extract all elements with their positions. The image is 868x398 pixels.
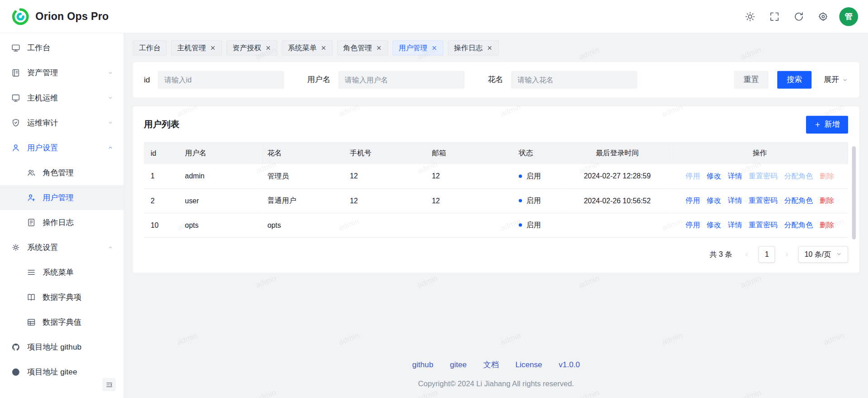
watermark-text: admin [175, 331, 199, 346]
close-icon[interactable] [487, 45, 493, 51]
chevron-down-icon [842, 77, 848, 83]
watermark-text: admin [739, 388, 762, 398]
app-title: Orion Ops Pro [35, 10, 109, 23]
cell-id: 1 [144, 164, 178, 188]
action-edit[interactable]: 修改 [703, 171, 725, 181]
tab-workbench[interactable]: 工作台 [133, 40, 167, 55]
theme-toggle-button[interactable] [745, 11, 755, 22]
column-header-email: 邮箱 [425, 142, 512, 164]
sidebar-item-github[interactable]: 项目地址 github [0, 335, 123, 360]
expand-label: 展开 [824, 75, 839, 85]
cell-last-login: 2024-02-27 12:28:59 [563, 164, 672, 188]
sidebar-item-system-settings[interactable]: 系统设置 [0, 235, 123, 260]
sidebar-item-operation-log[interactable]: 操作日志 [0, 210, 123, 235]
action-edit[interactable]: 修改 [703, 196, 725, 206]
page-size-select[interactable]: 10 条/页 [798, 246, 848, 263]
fullscreen-button[interactable] [769, 11, 780, 22]
footer-link-docs[interactable]: 文档 [484, 360, 499, 370]
column-header-id: id [144, 142, 178, 164]
status-dot [519, 174, 522, 177]
search-button[interactable]: 搜索 [777, 71, 811, 89]
tab-bar: 工作台主机管理资产授权系统菜单角色管理用户管理操作日志 [133, 33, 859, 62]
action-detail[interactable]: 详情 [724, 171, 745, 181]
filter-input-nickname[interactable] [511, 71, 637, 89]
action-assign-role: 分配角色 [781, 171, 816, 181]
table-scrollbar[interactable] [852, 146, 856, 240]
refresh-button[interactable] [793, 11, 804, 22]
sidebar-item-ops-audit[interactable]: 运维审计 [0, 110, 123, 135]
action-reset-password[interactable]: 重置密码 [745, 196, 781, 206]
sidebar-item-host-ops[interactable]: 主机运维 [0, 85, 123, 110]
column-header-username: 用户名 [178, 142, 261, 164]
close-icon[interactable] [210, 45, 216, 51]
settings-button[interactable] [818, 11, 829, 22]
sidebar-item-user-management[interactable]: 用户管理 [0, 185, 123, 210]
filter-input-username[interactable] [338, 71, 465, 89]
add-user-button[interactable]: 新增 [806, 116, 848, 134]
filter-input-id[interactable] [158, 71, 284, 89]
action-assign-role[interactable]: 分配角色 [781, 196, 816, 206]
tab-role-management[interactable]: 角色管理 [337, 40, 388, 55]
reset-button[interactable]: 重置 [734, 71, 768, 89]
tab-system-menu[interactable]: 系统菜单 [282, 40, 333, 55]
pagination: 共 3 条 1 10 条/页 [144, 246, 848, 263]
filter-field-username: 用户名 [307, 71, 465, 89]
workbench-icon [11, 43, 20, 53]
action-assign-role[interactable]: 分配角色 [781, 220, 816, 230]
action-reset-password[interactable]: 重置密码 [745, 220, 781, 230]
pagination-next-button[interactable] [780, 247, 794, 261]
tab-label: 工作台 [139, 43, 161, 53]
action-disable[interactable]: 停用 [682, 220, 703, 230]
column-header-mobile: 手机号 [343, 142, 425, 164]
sidebar-item-data-dict-value[interactable]: 数据字典值 [0, 310, 123, 335]
action-detail[interactable]: 详情 [724, 220, 745, 230]
action-disable[interactable]: 停用 [682, 196, 703, 206]
action-reset-password: 重置密码 [745, 171, 781, 181]
watermark-text: admin [661, 331, 684, 346]
sidebar-item-asset-management[interactable]: 资产管理 [0, 60, 123, 85]
cell-nickname: opts [261, 213, 343, 237]
sidebar-item-label: 项目地址 gitee [27, 367, 77, 377]
pagination-prev-button[interactable] [740, 247, 754, 261]
tab-operation-log[interactable]: 操作日志 [448, 40, 499, 55]
footer-link-version[interactable]: v1.0.0 [559, 360, 580, 370]
sidebar-item-user-settings[interactable]: 用户设置 [0, 135, 123, 160]
close-icon[interactable] [431, 45, 437, 51]
asset-icon [11, 68, 20, 78]
close-icon[interactable] [376, 45, 382, 51]
tab-asset-auth[interactable]: 资产授权 [227, 40, 278, 55]
sidebar-item-label: 用户设置 [27, 143, 58, 153]
footer-link-gitee[interactable]: gitee [450, 360, 467, 370]
cell-email [425, 213, 512, 237]
close-icon[interactable] [321, 45, 327, 51]
dict-value-icon [27, 317, 36, 327]
expand-toggle[interactable]: 展开 [824, 75, 848, 85]
cell-email: 12 [425, 188, 512, 213]
tab-label: 操作日志 [454, 43, 483, 53]
table-header-bar: 用户列表 新增 [144, 116, 848, 134]
action-delete[interactable]: 删除 [816, 196, 838, 206]
brand: Orion Ops Pro [11, 7, 109, 26]
footer-link-license[interactable]: License [516, 360, 542, 370]
sidebar-item-workbench[interactable]: 工作台 [0, 35, 123, 60]
sidebar-item-role-management[interactable]: 角色管理 [0, 160, 123, 185]
action-detail[interactable]: 详情 [724, 196, 745, 206]
close-icon[interactable] [265, 45, 271, 51]
watermark-text: admin [416, 388, 439, 398]
sidebar-item-label: 角色管理 [43, 168, 74, 177]
pagination-page-1[interactable]: 1 [759, 246, 775, 263]
sidebar-item-label: 操作日志 [43, 217, 74, 227]
tab-label: 用户管理 [398, 43, 427, 53]
tab-host-management[interactable]: 主机管理 [171, 40, 222, 55]
tab-user-management[interactable]: 用户管理 [393, 40, 444, 55]
cell-nickname: 管理员 [261, 164, 343, 188]
action-delete[interactable]: 删除 [816, 220, 838, 230]
user-avatar[interactable]: 管 [839, 7, 858, 26]
action-edit[interactable]: 修改 [703, 220, 725, 230]
chevron-down-icon [107, 120, 113, 125]
footer-link-github[interactable]: github [412, 360, 433, 370]
filter-field-nickname: 花名 [488, 71, 637, 89]
sidebar-item-system-menu[interactable]: 系统菜单 [0, 260, 123, 285]
sidebar-collapse-button[interactable] [102, 378, 115, 391]
sidebar-item-data-dict-item[interactable]: 数据字典项 [0, 285, 123, 310]
